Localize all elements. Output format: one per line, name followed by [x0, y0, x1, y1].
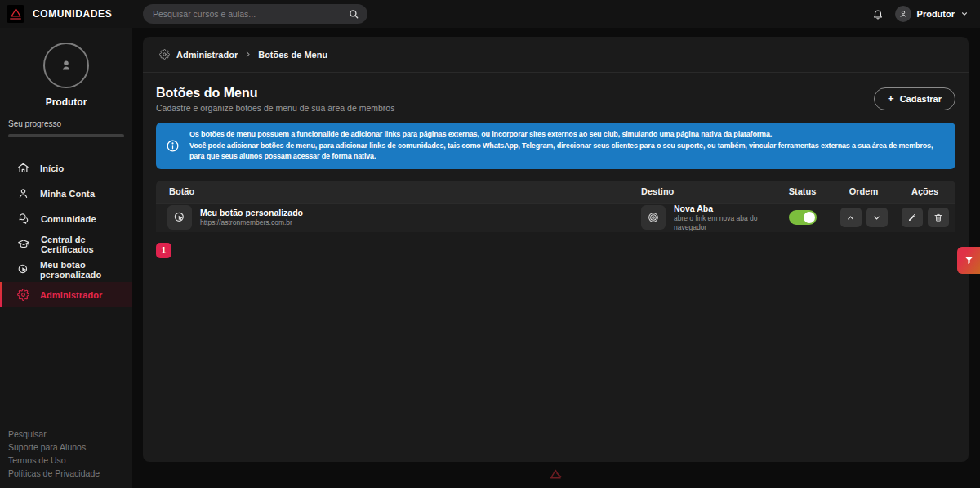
- cadastrar-button[interactable]: + Cadastrar: [874, 87, 956, 110]
- gear-icon: [159, 49, 170, 60]
- sidebar-user-name: Produtor: [0, 96, 132, 108]
- topbar: COMUNIDADES Produtor: [0, 0, 980, 28]
- sidebar-item-label: Administrador: [40, 290, 102, 300]
- edit-button[interactable]: [902, 208, 923, 227]
- funnel-icon: [964, 255, 974, 266]
- sidebar-item-comunidade[interactable]: Comunidade: [0, 206, 132, 231]
- user-menu[interactable]: Produtor: [895, 6, 969, 22]
- sidebar-item-meu-botao-personalizado[interactable]: Meu botão personalizado: [0, 257, 132, 282]
- user-avatar-icon: [895, 6, 911, 22]
- chevron-down-icon: [872, 213, 881, 222]
- row-destination-title: Nova Aba: [674, 204, 772, 214]
- user-icon: [17, 187, 29, 199]
- filter-button[interactable]: [957, 247, 980, 274]
- search-input[interactable]: [153, 9, 348, 19]
- info-icon: [166, 139, 180, 153]
- sidebar-menu: Início Minha Conta Comunidade: [0, 155, 132, 307]
- pagination: 1: [156, 243, 956, 258]
- progress-bar: [8, 134, 124, 137]
- sidebar-item-central-certificados[interactable]: Central de Certificados: [0, 231, 132, 257]
- banner-line-1: Os botões de menu possuem a funcionalide…: [189, 129, 944, 141]
- page-title: Botões do Menu: [156, 86, 394, 101]
- move-down-button[interactable]: [866, 208, 888, 227]
- astron-triangle-icon: [11, 8, 21, 17]
- progress-label: Seu progresso: [8, 119, 124, 128]
- row-destination-subtitle: abre o link em nova aba do navegador: [674, 214, 772, 232]
- cursor-click-icon: [17, 263, 29, 275]
- sidebar-item-administrador[interactable]: Administrador: [0, 282, 132, 307]
- gear-icon: [17, 289, 29, 301]
- chat-bubbles-icon: [17, 213, 30, 225]
- table-row: Meu botão personalizado https://astronme…: [156, 203, 956, 232]
- chevron-right-icon: [244, 51, 252, 58]
- target-icon: [641, 205, 666, 230]
- row-button-url: https://astronmembers.com.br: [200, 218, 303, 227]
- column-header-ordem: Ordem: [833, 186, 894, 196]
- content-panel: Administrador Botões de Menu Botões do M…: [143, 37, 969, 462]
- sidebar-item-minha-conta[interactable]: Minha Conta: [0, 181, 132, 206]
- sidebar-item-label: Início: [40, 163, 64, 173]
- pencil-icon: [907, 213, 917, 222]
- home-icon: [17, 162, 29, 174]
- chevron-up-icon: [846, 213, 855, 222]
- page-1-button[interactable]: 1: [156, 243, 172, 258]
- main-area: Administrador Botões de Menu Botões do M…: [132, 28, 980, 488]
- brand-name: COMUNIDADES: [33, 8, 112, 20]
- breadcrumb-item-administrador[interactable]: Administrador: [176, 50, 238, 60]
- breadcrumb: Administrador Botões de Menu: [143, 37, 969, 73]
- plus-icon: +: [888, 95, 894, 103]
- brand-logo[interactable]: [7, 5, 24, 23]
- cursor-click-icon: [167, 205, 192, 230]
- sidebar-item-inicio[interactable]: Início: [0, 155, 132, 181]
- notifications-bell-icon[interactable]: [872, 8, 884, 20]
- trash-icon: [933, 213, 943, 222]
- info-banner: Os botões de menu possuem a funcionalide…: [156, 123, 956, 169]
- column-header-status: Status: [772, 186, 833, 196]
- banner-line-2: Você pode adicionar botões de menu, para…: [189, 141, 944, 163]
- astron-footer-logo: [549, 468, 564, 483]
- table-header: Botão Destino Status Ordem Ações: [156, 181, 956, 203]
- footer-link-termos[interactable]: Termos de Uso: [8, 455, 100, 465]
- move-up-button[interactable]: [840, 208, 862, 227]
- search-bar[interactable]: [143, 4, 368, 24]
- user-menu-label: Produtor: [917, 9, 955, 19]
- page-subtitle: Cadastre e organize botões de menu de su…: [156, 103, 394, 113]
- column-header-destino: Destino: [641, 186, 772, 196]
- footer-link-suporte[interactable]: Suporte para Alunos: [8, 442, 100, 452]
- delete-button[interactable]: [928, 208, 949, 227]
- chevron-down-icon: [960, 10, 969, 18]
- row-button-title: Meu botão personalizado: [200, 208, 303, 218]
- sidebar-item-label: Comunidade: [41, 214, 96, 224]
- profile-avatar[interactable]: [43, 43, 89, 88]
- status-toggle[interactable]: [789, 210, 817, 225]
- breadcrumb-item-botoes-de-menu[interactable]: Botões de Menu: [258, 50, 327, 60]
- sidebar-item-label: Minha Conta: [40, 189, 95, 199]
- sidebar: Produtor Seu progresso Início: [0, 28, 132, 488]
- sidebar-item-label: Meu botão personalizado: [40, 260, 132, 280]
- sidebar-footer-links: Pesquisar Suporte para Alunos Termos de …: [8, 429, 100, 478]
- person-icon: [57, 56, 75, 74]
- sidebar-item-label: Central de Certificados: [41, 235, 132, 254]
- graduation-cap-icon: [17, 238, 30, 250]
- menu-buttons-table: Botão Destino Status Ordem Ações: [156, 181, 956, 232]
- footer-link-privacidade[interactable]: Políticas de Privacidade: [8, 468, 100, 478]
- column-header-acoes: Ações: [894, 186, 956, 196]
- footer-link-pesquisar[interactable]: Pesquisar: [8, 429, 100, 439]
- search-icon[interactable]: [348, 8, 359, 20]
- column-header-botao: Botão: [156, 186, 641, 196]
- cadastrar-button-label: Cadastrar: [900, 94, 942, 104]
